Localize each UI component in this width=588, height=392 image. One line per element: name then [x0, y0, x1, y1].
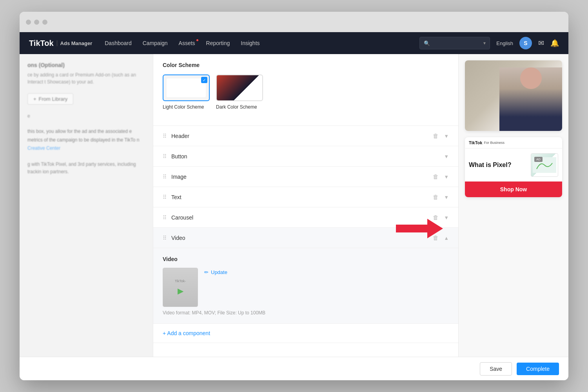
- video-thumb-text: TikTok-: [175, 279, 186, 283]
- preview-card-header: TikTok For Business: [465, 137, 562, 149]
- checkbox-text: this box, you allow for the ad and the a…: [27, 127, 145, 144]
- drag-handle-icon: ⠿: [163, 153, 167, 160]
- video-label: Video: [171, 235, 432, 241]
- header-chevron-icon[interactable]: ▾: [444, 132, 449, 140]
- header-label: Header: [171, 133, 432, 139]
- video-chevron-up-icon[interactable]: ▴: [444, 234, 449, 242]
- button-component-row[interactable]: ⠿ Button ▾: [153, 146, 458, 167]
- text-component-row[interactable]: ⠿ Text 🗑 ▾: [153, 187, 458, 207]
- preview-person-face: [520, 67, 542, 89]
- light-color-scheme-card[interactable]: ✓ Light Color Scheme: [163, 74, 210, 110]
- image-actions: 🗑 ▾: [432, 172, 449, 181]
- update-label: Update: [211, 269, 227, 275]
- from-library-button[interactable]: + From Library: [27, 93, 73, 105]
- preview-top-card: [465, 60, 562, 131]
- red-arrow-annotation: [396, 217, 443, 242]
- nav-assets[interactable]: Assets: [179, 40, 195, 46]
- video-upload-area: TikTok- ▶ ✏ Update: [163, 268, 449, 307]
- svg-marker-0: [396, 219, 443, 238]
- text-delete-icon[interactable]: 🗑: [432, 193, 439, 201]
- dark-color-scheme-card[interactable]: Dark Color Scheme: [216, 74, 263, 110]
- image-chevron-icon[interactable]: ▾: [444, 172, 449, 181]
- label-e: e: [27, 113, 145, 120]
- checkbox-area: this box, you allow for the ad and the a…: [27, 127, 145, 153]
- preview-text-block: What is Pixel?: [469, 161, 528, 169]
- drag-handle-icon: ⠿: [163, 235, 167, 241]
- text-label: Text: [171, 194, 432, 200]
- add-component-button[interactable]: + Add a component: [163, 330, 210, 336]
- bottom-bar: Save Complete: [20, 357, 568, 380]
- image-component-row[interactable]: ⠿ Image 🗑 ▾: [153, 167, 458, 187]
- search-icon: 🔍: [424, 40, 430, 46]
- tiktok-logo-text: TikTok: [29, 39, 54, 48]
- color-scheme-title: Color Scheme: [163, 62, 449, 68]
- carousel-label: Carousel: [171, 214, 432, 221]
- dark-preview: [216, 74, 263, 101]
- for-business-label: For Business: [484, 141, 505, 145]
- drag-handle-icon: ⠿: [163, 194, 167, 200]
- dark-scheme-label: Dark Color Scheme: [216, 104, 263, 110]
- header-delete-icon[interactable]: 🗑: [432, 132, 439, 140]
- header-actions: 🗑 ▾: [432, 132, 449, 140]
- preview-content-area: What is Pixel? AD: [465, 149, 562, 181]
- nav-search-box[interactable]: 🔍 ▾: [419, 37, 490, 49]
- plus-icon: +: [33, 96, 36, 102]
- top-nav: TikTok Ads Manager Dashboard Campaign As…: [20, 32, 568, 54]
- dropdown-chevron-icon: ▾: [483, 40, 486, 46]
- ad-label: AD: [534, 157, 543, 162]
- save-button[interactable]: Save: [480, 362, 512, 376]
- carousel-chevron-icon[interactable]: ▾: [444, 213, 449, 222]
- preview-ad-thumbnail: AD: [531, 153, 558, 177]
- text-chevron-icon[interactable]: ▾: [444, 193, 449, 201]
- play-icon: ▶: [178, 286, 183, 296]
- optional-section-title: ons (Optional): [27, 62, 145, 68]
- creative-center-link[interactable]: Creative Center: [27, 145, 60, 151]
- nav-avatar[interactable]: S: [519, 37, 532, 49]
- image-label: Image: [171, 174, 432, 180]
- browser-dot-yellow: [34, 20, 39, 25]
- button-label: Button: [171, 153, 444, 160]
- video-content-title: Video: [163, 256, 449, 262]
- selected-checkmark: ✓: [201, 77, 207, 83]
- nav-right: 🔍 ▾ English S ✉ 🔔: [419, 37, 559, 49]
- button-chevron-icon[interactable]: ▾: [444, 152, 449, 161]
- browser-chrome: [20, 12, 568, 32]
- preview-person-body: [499, 67, 562, 131]
- optional-description: ce by adding a card or Premium Add-on (s…: [27, 71, 145, 85]
- shop-now-button[interactable]: Shop Now: [465, 181, 562, 197]
- edit-icon: ✏: [204, 269, 209, 275]
- nav-logo: TikTok Ads Manager: [29, 39, 92, 48]
- video-format-note: Video format: MP4, MOV; File Size: Up to…: [163, 310, 449, 316]
- browser-dot-red: [26, 20, 31, 25]
- complete-button[interactable]: Complete: [517, 363, 559, 375]
- notification-icon[interactable]: 🔔: [550, 39, 559, 47]
- video-thumbnail: TikTok- ▶: [163, 268, 198, 307]
- color-scheme-options: ✓ Light Color Scheme Dark Color Scheme: [163, 74, 449, 110]
- preview-image-area: [465, 60, 562, 131]
- ads-manager-label: Ads Manager: [57, 40, 93, 46]
- preview-pixel-card: TikTok For Business What is Pixel? AD: [465, 137, 562, 197]
- header-component-row[interactable]: ⠿ Header 🗑 ▾: [153, 126, 458, 146]
- main-area: ons (Optional) ce by adding a card or Pr…: [20, 54, 568, 357]
- nav-language[interactable]: English: [496, 40, 513, 46]
- nav-reporting[interactable]: Reporting: [206, 40, 230, 46]
- nav-insights[interactable]: Insights: [241, 40, 260, 46]
- drag-handle-icon: ⠿: [163, 174, 167, 180]
- video-thumb-inner: TikTok- ▶: [163, 268, 198, 307]
- image-delete-icon[interactable]: 🗑: [432, 172, 439, 181]
- preview-person-container: [499, 60, 562, 131]
- light-preview-inner: [167, 78, 206, 97]
- light-preview: ✓: [163, 74, 210, 101]
- color-scheme-section: Color Scheme ✓ Light Color Scheme: [153, 54, 458, 125]
- drag-handle-icon: ⠿: [163, 214, 167, 221]
- tiktok-logo-small: TikTok: [469, 140, 482, 145]
- text-actions: 🗑 ▾: [432, 193, 449, 201]
- nav-campaign[interactable]: Campaign: [143, 40, 168, 46]
- drag-handle-icon: ⠿: [163, 133, 167, 139]
- add-component-label: + Add a component: [163, 330, 210, 336]
- left-sidebar: ons (Optional) ce by adding a card or Pr…: [20, 54, 153, 357]
- inbox-icon[interactable]: ✉: [538, 39, 544, 47]
- center-panel: Color Scheme ✓ Light Color Scheme: [153, 54, 459, 357]
- nav-dashboard[interactable]: Dashboard: [105, 40, 132, 46]
- update-link[interactable]: ✏ Update: [204, 269, 227, 275]
